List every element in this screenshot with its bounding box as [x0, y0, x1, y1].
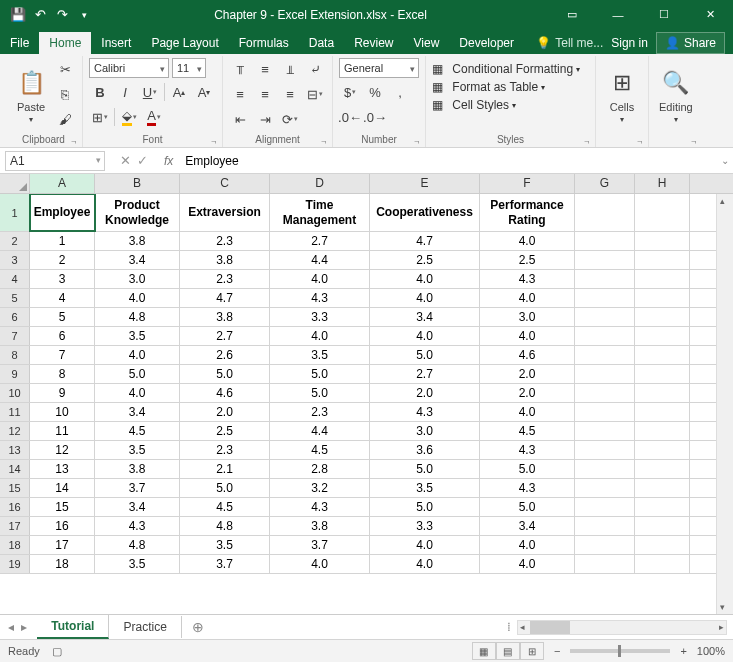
cell[interactable]: 4.3 — [270, 289, 370, 307]
cell[interactable] — [635, 289, 690, 307]
cell[interactable]: 4.8 — [95, 536, 180, 554]
cell[interactable]: 3.4 — [95, 498, 180, 516]
cell[interactable]: 3.2 — [270, 479, 370, 497]
cut-button[interactable]: ✂ — [54, 58, 76, 80]
spreadsheet-grid[interactable]: ABCDEFGH 1EmployeeProduct KnowledgeExtra… — [0, 174, 733, 614]
page-layout-view-button[interactable]: ▤ — [496, 642, 520, 660]
row-header[interactable]: 14 — [0, 460, 30, 478]
cell[interactable]: 5.0 — [270, 384, 370, 402]
macro-record-icon[interactable]: ▢ — [52, 645, 62, 658]
page-break-view-button[interactable]: ⊞ — [520, 642, 544, 660]
fill-color-button[interactable]: ⬙ — [118, 106, 140, 128]
cell[interactable]: 4.3 — [480, 270, 575, 288]
comma-button[interactable]: , — [389, 81, 411, 103]
cell[interactable]: 9 — [30, 384, 95, 402]
column-header-H[interactable]: H — [635, 174, 690, 193]
cell[interactable] — [635, 517, 690, 535]
row-header[interactable]: 7 — [0, 327, 30, 345]
cell[interactable]: 2 — [30, 251, 95, 269]
number-format-select[interactable]: General — [339, 58, 419, 78]
cell[interactable]: 12 — [30, 441, 95, 459]
cell[interactable]: Product Knowledge — [95, 194, 180, 231]
cell[interactable]: 4.0 — [370, 270, 480, 288]
increase-decimal-button[interactable]: .0← — [339, 106, 361, 128]
cell[interactable]: 4.0 — [370, 555, 480, 573]
cell[interactable]: 4.0 — [480, 403, 575, 421]
tab-data[interactable]: Data — [299, 32, 344, 54]
cell[interactable]: 3.0 — [370, 422, 480, 440]
cell[interactable] — [635, 384, 690, 402]
cell[interactable]: 1 — [30, 232, 95, 250]
underline-button[interactable]: U — [139, 81, 161, 103]
cell[interactable] — [635, 498, 690, 516]
cell[interactable]: 4.0 — [480, 289, 575, 307]
cell[interactable] — [635, 441, 690, 459]
conditional-formatting-button[interactable]: ▦ Conditional Formatting▾ — [432, 62, 580, 76]
cell[interactable]: 4.0 — [480, 555, 575, 573]
row-header[interactable]: 10 — [0, 384, 30, 402]
cell[interactable]: 3.5 — [270, 346, 370, 364]
align-top-button[interactable]: ⫪ — [229, 58, 251, 80]
shrink-font-button[interactable]: A▾ — [193, 81, 215, 103]
formula-bar[interactable] — [179, 152, 717, 170]
cell[interactable]: 3.3 — [270, 308, 370, 326]
zoom-out-button[interactable]: − — [554, 645, 560, 657]
column-header-G[interactable]: G — [575, 174, 635, 193]
tab-file[interactable]: File — [0, 32, 39, 54]
wrap-text-button[interactable]: ⤶ — [304, 58, 326, 80]
row-header[interactable]: 19 — [0, 555, 30, 573]
normal-view-button[interactable]: ▦ — [472, 642, 496, 660]
cell[interactable]: 4.4 — [270, 251, 370, 269]
cell[interactable]: 4.0 — [370, 536, 480, 554]
cell[interactable]: 3.5 — [95, 441, 180, 459]
align-right-button[interactable]: ≡ — [279, 83, 301, 105]
cell[interactable] — [575, 308, 635, 326]
column-header-B[interactable]: B — [95, 174, 180, 193]
redo-icon[interactable]: ↷ — [54, 7, 70, 23]
cell[interactable]: 4 — [30, 289, 95, 307]
row-header[interactable]: 11 — [0, 403, 30, 421]
cell[interactable]: 4.3 — [270, 498, 370, 516]
cell[interactable] — [575, 232, 635, 250]
minimize-button[interactable]: — — [595, 0, 641, 29]
cell[interactable]: 2.3 — [180, 232, 270, 250]
cell[interactable]: 4.0 — [270, 555, 370, 573]
cell[interactable] — [575, 536, 635, 554]
borders-button[interactable]: ⊞ — [89, 106, 111, 128]
cell[interactable]: 4.6 — [480, 346, 575, 364]
row-header[interactable]: 4 — [0, 270, 30, 288]
ribbon-options-icon[interactable]: ▭ — [549, 0, 595, 29]
cell[interactable]: 3.4 — [480, 517, 575, 535]
cell[interactable]: 4.8 — [180, 517, 270, 535]
font-size-select[interactable]: 11 — [172, 58, 206, 78]
share-button[interactable]: 👤 Share — [656, 32, 725, 54]
cell[interactable]: 18 — [30, 555, 95, 573]
cell[interactable]: 3.0 — [480, 308, 575, 326]
tab-review[interactable]: Review — [344, 32, 403, 54]
cell[interactable]: 4.0 — [270, 270, 370, 288]
cell[interactable]: 3.8 — [95, 460, 180, 478]
cell[interactable] — [575, 441, 635, 459]
sheet-nav-buttons[interactable]: ◂ ▸ — [0, 620, 37, 634]
cell[interactable] — [635, 194, 690, 231]
tab-insert[interactable]: Insert — [91, 32, 141, 54]
cell[interactable] — [575, 346, 635, 364]
tab-home[interactable]: Home — [39, 32, 91, 54]
orientation-button[interactable]: ⟳ — [279, 108, 301, 130]
row-header[interactable]: 1 — [0, 194, 30, 231]
cell[interactable]: 4.8 — [95, 308, 180, 326]
cell[interactable]: 2.7 — [370, 365, 480, 383]
cancel-formula-icon[interactable]: ✕ — [120, 153, 131, 168]
align-left-button[interactable]: ≡ — [229, 83, 251, 105]
increase-indent-button[interactable]: ⇥ — [254, 108, 276, 130]
cell[interactable]: 4.0 — [480, 232, 575, 250]
cell[interactable]: 3.4 — [370, 308, 480, 326]
cell[interactable]: 4.3 — [95, 517, 180, 535]
percent-button[interactable]: % — [364, 81, 386, 103]
cell[interactable]: 3.5 — [95, 327, 180, 345]
enter-formula-icon[interactable]: ✓ — [137, 153, 148, 168]
select-all-corner[interactable] — [0, 174, 30, 193]
name-box[interactable]: A1 — [5, 151, 105, 171]
cell[interactable]: 4.5 — [95, 422, 180, 440]
italic-button[interactable]: I — [114, 81, 136, 103]
